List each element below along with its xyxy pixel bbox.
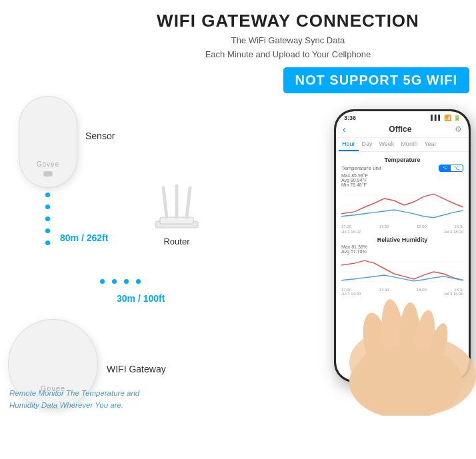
temp-date-range: Jul 3 16:37 Jul 3 18:34 <box>341 230 463 234</box>
celsius-btn[interactable]: °C <box>451 165 463 171</box>
remote-monitor-text: Remote Monitor The Temperature and Humid… <box>9 388 139 412</box>
svg-line-4 <box>187 188 190 217</box>
phone-office-title: Office <box>389 125 411 134</box>
rdot-1 <box>100 279 105 284</box>
router-device: Router <box>150 183 203 246</box>
humidity-avg-stat: Avg 57.70% <box>341 249 463 254</box>
humidity-section-title: Relative Humidity <box>341 236 463 243</box>
dot-5 <box>45 240 50 245</box>
phone-status-bar: 3:36 ▌▌▌ 📶 🔋 <box>336 111 469 123</box>
phone-time: 3:36 <box>344 115 356 121</box>
dot-1 <box>45 193 50 197</box>
temp-unit-label: Temperature unit <box>341 165 381 171</box>
rdot-4 <box>136 279 141 284</box>
phone-screen: 3:36 ▌▌▌ 📶 🔋 ‹ Office ⚙ Hour Day Week Mo… <box>336 111 469 380</box>
temp-avg-stat: Avg 80.94°F <box>341 178 463 183</box>
page-title: WIFI GATEWAY CONNECTION <box>157 11 419 31</box>
temp-unit-toggle[interactable]: °F °C <box>439 165 463 172</box>
tab-week[interactable]: Week <box>376 138 398 151</box>
phone-nav-bar: ‹ Office ⚙ <box>336 123 469 138</box>
signal-icon: ▌▌▌ <box>431 115 442 121</box>
rdot-2 <box>112 279 117 284</box>
temp-max-stat: Max 85.93°F <box>341 173 463 178</box>
distance-sensor-gateway: 80m / 262ft <box>60 232 108 243</box>
router-to-gateway-line <box>100 279 141 284</box>
tab-month[interactable]: Month <box>397 138 421 151</box>
phone-tabs-bar: Hour Day Week Month Year <box>336 138 469 152</box>
not-support-badge: NOT SUPPORT 5G WIFI <box>283 67 469 93</box>
temp-min-stat: Min 76.48°F <box>341 183 463 187</box>
temp-unit-row: Temperature unit °F °C <box>341 165 463 172</box>
humidity-date-range: Jul 3 14:00Jul 3 15:36 <box>341 292 463 296</box>
temperature-section-title: Temperature <box>341 157 463 163</box>
router-svg <box>150 183 203 232</box>
humidity-chart <box>341 255 463 285</box>
phone-content: Temperature Temperature unit °F °C Max 8… <box>336 152 469 380</box>
sensor-label: Sensor <box>85 131 115 141</box>
tab-year[interactable]: Year <box>421 138 439 151</box>
distance-router-gateway: 30m / 100ft <box>117 293 165 304</box>
battery-icon: 🔋 <box>453 115 461 121</box>
temperature-chart <box>341 189 463 222</box>
back-arrow-icon[interactable]: ‹ <box>343 124 346 135</box>
sensor-body: Govee <box>19 96 77 188</box>
sensor-device: Govee <box>19 96 77 188</box>
wifi-icon: 📶 <box>444 115 451 121</box>
header-subtitle: The WiFi Gateway Sync Data Each Minute a… <box>205 34 371 62</box>
gateway-label: WIFI Gateway <box>107 364 166 374</box>
dot-2 <box>45 205 50 209</box>
sensor-to-gateway-line <box>45 193 50 245</box>
tab-day[interactable]: Day <box>359 138 376 151</box>
svg-line-2 <box>163 188 167 217</box>
temp-x-labels: 17:0017:3018:0018:3‹ <box>341 225 463 229</box>
router-label: Router <box>150 236 203 246</box>
sensor-brand-text: Govee <box>37 161 59 168</box>
humidity-max-stat: Max 81.36% <box>341 244 463 249</box>
phone-mockup: 3:36 ▌▌▌ 📶 🔋 ‹ Office ⚙ Hour Day Week Mo… <box>334 109 471 382</box>
settings-gear-icon[interactable]: ⚙ <box>455 125 462 134</box>
dot-3 <box>45 217 50 221</box>
fahrenheit-btn[interactable]: °F <box>439 165 451 171</box>
sensor-indicator-dot <box>43 171 53 177</box>
tab-hour[interactable]: Hour <box>339 138 359 151</box>
rdot-3 <box>124 279 129 284</box>
dot-4 <box>45 229 50 233</box>
